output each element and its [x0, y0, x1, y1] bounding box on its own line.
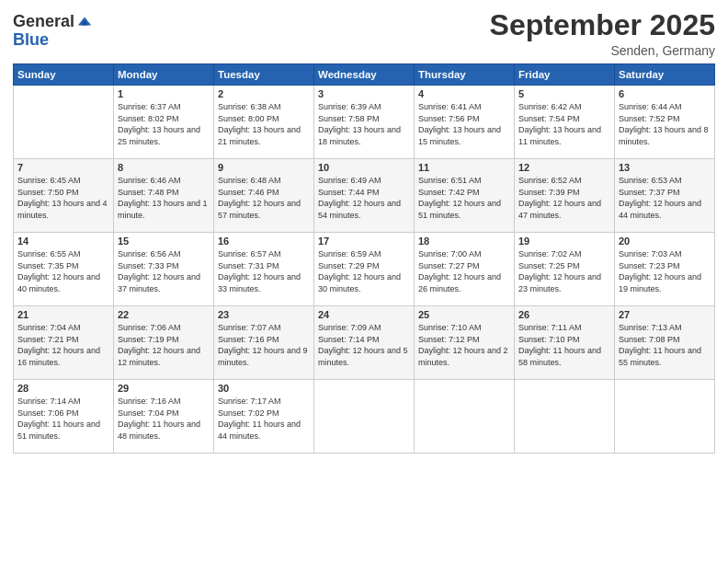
day-number: 28	[17, 383, 109, 394]
day-info: Sunrise: 7:07 AMSunset: 7:16 PMDaylight:…	[218, 322, 310, 368]
day-cell: 5 Sunrise: 6:42 AMSunset: 7:54 PMDayligh…	[515, 86, 615, 159]
day-number: 22	[118, 309, 210, 320]
day-number: 24	[318, 309, 410, 320]
day-cell: 20 Sunrise: 7:03 AMSunset: 7:23 PMDaylig…	[615, 233, 715, 306]
day-number: 1	[118, 88, 210, 99]
day-number: 13	[619, 162, 711, 173]
day-cell: 28 Sunrise: 7:14 AMSunset: 7:06 PMDaylig…	[14, 380, 114, 454]
day-number: 18	[418, 236, 510, 247]
day-cell	[415, 380, 515, 454]
logo: General Blue	[13, 13, 93, 50]
day-cell: 24 Sunrise: 7:09 AMSunset: 7:14 PMDaylig…	[314, 306, 415, 380]
day-cell: 7 Sunrise: 6:45 AMSunset: 7:50 PMDayligh…	[14, 159, 114, 233]
day-info: Sunrise: 6:49 AMSunset: 7:44 PMDaylight:…	[318, 175, 410, 221]
week-row-1: 7 Sunrise: 6:45 AMSunset: 7:50 PMDayligh…	[14, 159, 715, 233]
day-number: 10	[318, 162, 410, 173]
header-wednesday: Wednesday	[314, 64, 415, 86]
header: General Blue September 2025 Senden, Germ…	[13, 9, 715, 58]
day-cell: 23 Sunrise: 7:07 AMSunset: 7:16 PMDaylig…	[214, 306, 314, 380]
day-info: Sunrise: 7:17 AMSunset: 7:02 PMDaylight:…	[218, 396, 310, 442]
day-info: Sunrise: 7:10 AMSunset: 7:12 PMDaylight:…	[418, 322, 510, 368]
day-number: 4	[418, 88, 510, 99]
weekday-header-row: Sunday Monday Tuesday Wednesday Thursday…	[14, 64, 715, 86]
day-info: Sunrise: 7:06 AMSunset: 7:19 PMDaylight:…	[118, 322, 210, 368]
day-info: Sunrise: 6:44 AMSunset: 7:52 PMDaylight:…	[619, 101, 711, 147]
day-info: Sunrise: 6:48 AMSunset: 7:46 PMDaylight:…	[218, 175, 310, 221]
day-info: Sunrise: 7:04 AMSunset: 7:21 PMDaylight:…	[17, 322, 109, 368]
week-row-2: 14 Sunrise: 6:55 AMSunset: 7:35 PMDaylig…	[14, 233, 715, 306]
day-info: Sunrise: 6:38 AMSunset: 8:00 PMDaylight:…	[218, 101, 310, 147]
day-info: Sunrise: 6:55 AMSunset: 7:35 PMDaylight:…	[17, 248, 109, 294]
day-number: 11	[418, 162, 510, 173]
day-info: Sunrise: 6:46 AMSunset: 7:48 PMDaylight:…	[118, 175, 210, 221]
day-info: Sunrise: 6:56 AMSunset: 7:33 PMDaylight:…	[118, 248, 210, 294]
day-info: Sunrise: 6:41 AMSunset: 7:56 PMDaylight:…	[418, 101, 510, 147]
day-cell	[14, 86, 114, 159]
day-cell: 29 Sunrise: 7:16 AMSunset: 7:04 PMDaylig…	[114, 380, 214, 454]
day-number: 8	[118, 162, 210, 173]
day-number: 26	[518, 309, 610, 320]
day-cell: 4 Sunrise: 6:41 AMSunset: 7:56 PMDayligh…	[415, 86, 515, 159]
day-cell: 26 Sunrise: 7:11 AMSunset: 7:10 PMDaylig…	[515, 306, 615, 380]
day-number: 21	[17, 309, 109, 320]
day-cell	[314, 380, 415, 454]
day-cell	[615, 380, 715, 454]
day-info: Sunrise: 6:53 AMSunset: 7:37 PMDaylight:…	[619, 175, 711, 221]
week-row-4: 28 Sunrise: 7:14 AMSunset: 7:06 PMDaylig…	[14, 380, 715, 454]
day-info: Sunrise: 7:14 AMSunset: 7:06 PMDaylight:…	[17, 396, 109, 442]
day-number: 3	[318, 88, 410, 99]
day-number: 30	[218, 383, 310, 394]
day-info: Sunrise: 6:42 AMSunset: 7:54 PMDaylight:…	[518, 101, 610, 147]
day-info: Sunrise: 6:57 AMSunset: 7:31 PMDaylight:…	[218, 248, 310, 294]
day-info: Sunrise: 6:45 AMSunset: 7:50 PMDaylight:…	[17, 175, 109, 221]
day-cell: 2 Sunrise: 6:38 AMSunset: 8:00 PMDayligh…	[214, 86, 314, 159]
day-info: Sunrise: 6:37 AMSunset: 8:02 PMDaylight:…	[118, 101, 210, 147]
day-info: Sunrise: 7:16 AMSunset: 7:04 PMDaylight:…	[118, 396, 210, 442]
day-number: 17	[318, 236, 410, 247]
header-friday: Friday	[515, 64, 615, 86]
logo-icon	[76, 13, 93, 29]
day-cell: 12 Sunrise: 6:52 AMSunset: 7:39 PMDaylig…	[515, 159, 615, 233]
day-info: Sunrise: 7:13 AMSunset: 7:08 PMDaylight:…	[619, 322, 711, 368]
day-cell	[515, 380, 615, 454]
day-cell: 13 Sunrise: 6:53 AMSunset: 7:37 PMDaylig…	[615, 159, 715, 233]
day-cell: 14 Sunrise: 6:55 AMSunset: 7:35 PMDaylig…	[14, 233, 114, 306]
day-number: 9	[218, 162, 310, 173]
day-cell: 10 Sunrise: 6:49 AMSunset: 7:44 PMDaylig…	[314, 159, 415, 233]
day-info: Sunrise: 7:03 AMSunset: 7:23 PMDaylight:…	[619, 248, 711, 294]
header-monday: Monday	[114, 64, 214, 86]
day-info: Sunrise: 7:09 AMSunset: 7:14 PMDaylight:…	[318, 322, 410, 368]
day-number: 6	[619, 88, 711, 99]
day-cell: 11 Sunrise: 6:51 AMSunset: 7:42 PMDaylig…	[415, 159, 515, 233]
header-saturday: Saturday	[615, 64, 715, 86]
day-cell: 27 Sunrise: 7:13 AMSunset: 7:08 PMDaylig…	[615, 306, 715, 380]
day-cell: 19 Sunrise: 7:02 AMSunset: 7:25 PMDaylig…	[515, 233, 615, 306]
day-info: Sunrise: 7:02 AMSunset: 7:25 PMDaylight:…	[518, 248, 610, 294]
day-info: Sunrise: 6:51 AMSunset: 7:42 PMDaylight:…	[418, 175, 510, 221]
day-number: 15	[118, 236, 210, 247]
day-number: 25	[418, 309, 510, 320]
header-sunday: Sunday	[14, 64, 114, 86]
day-info: Sunrise: 7:00 AMSunset: 7:27 PMDaylight:…	[418, 248, 510, 294]
logo-general-text: General	[13, 13, 74, 31]
day-info: Sunrise: 6:52 AMSunset: 7:39 PMDaylight:…	[518, 175, 610, 221]
day-cell: 18 Sunrise: 7:00 AMSunset: 7:27 PMDaylig…	[415, 233, 515, 306]
day-info: Sunrise: 6:39 AMSunset: 7:58 PMDaylight:…	[318, 101, 410, 147]
month-title: September 2025	[490, 9, 715, 41]
calendar-table: Sunday Monday Tuesday Wednesday Thursday…	[13, 63, 715, 454]
day-number: 5	[518, 88, 610, 99]
day-cell: 25 Sunrise: 7:10 AMSunset: 7:12 PMDaylig…	[415, 306, 515, 380]
day-cell: 21 Sunrise: 7:04 AMSunset: 7:21 PMDaylig…	[14, 306, 114, 380]
day-cell: 15 Sunrise: 6:56 AMSunset: 7:33 PMDaylig…	[114, 233, 214, 306]
title-block: September 2025 Senden, Germany	[490, 9, 715, 58]
day-cell: 6 Sunrise: 6:44 AMSunset: 7:52 PMDayligh…	[615, 86, 715, 159]
day-cell: 22 Sunrise: 7:06 AMSunset: 7:19 PMDaylig…	[114, 306, 214, 380]
day-number: 29	[118, 383, 210, 394]
day-number: 23	[218, 309, 310, 320]
page: General Blue September 2025 Senden, Germ…	[0, 0, 728, 563]
week-row-0: 1 Sunrise: 6:37 AMSunset: 8:02 PMDayligh…	[14, 86, 715, 159]
day-number: 16	[218, 236, 310, 247]
day-number: 19	[518, 236, 610, 247]
day-cell: 16 Sunrise: 6:57 AMSunset: 7:31 PMDaylig…	[214, 233, 314, 306]
day-number: 20	[619, 236, 711, 247]
